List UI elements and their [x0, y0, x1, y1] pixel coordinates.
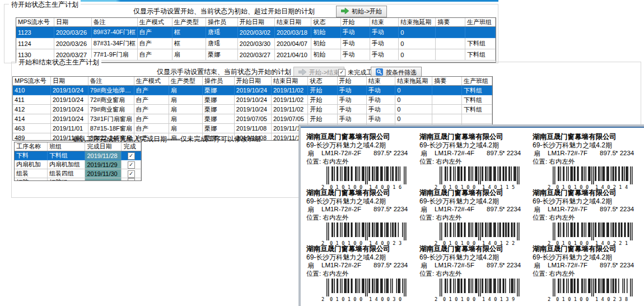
table-row[interactable]: 4102019/10/2479#商业地弹…自产扇栗娜2019/10/242019…	[13, 86, 492, 95]
cell: 0	[399, 49, 436, 61]
column-header[interactable]: 结束日期	[271, 77, 307, 86]
cell: 下料组	[462, 105, 492, 114]
column-header[interactable]: 开始	[340, 18, 370, 27]
done-checkbox[interactable]	[128, 178, 135, 181]
column-header[interactable]: 备注	[91, 18, 137, 27]
cell: 2019/10/24	[50, 86, 88, 95]
cell: 栗娜	[206, 49, 238, 61]
cell: 2019/10/24	[50, 95, 88, 105]
pending-plans-grid: MPS流水号日期备注生产模式生产类型操作员开始日期结束日期状态开始结束结束拖延期…	[16, 17, 496, 63]
start-to-end-label: 开始->结束	[309, 68, 339, 77]
done-checkbox[interactable]: ✓	[128, 161, 135, 169]
cell: 下料组	[462, 86, 492, 95]
cell	[436, 49, 465, 61]
label-width: 897.5	[374, 206, 390, 212]
window-top-edge	[32, 0, 498, 2]
table-row[interactable]: 11232020/03/2689#37-40F门框自产框唐瑶2020/03/02…	[16, 27, 496, 38]
column-header[interactable]: 结束	[370, 18, 399, 27]
cell: 打胶	[15, 178, 47, 182]
groupbox-started-title: 开始和结束状态主生产计划	[16, 58, 101, 67]
label-height: * 2234	[615, 150, 634, 156]
label-height: * 2234	[502, 262, 521, 268]
label-type: 扇	[307, 206, 314, 214]
column-header[interactable]: 结束日期	[274, 18, 311, 27]
cell: 2020/03/30	[237, 38, 274, 49]
barcode: 2010100140030	[321, 279, 409, 302]
done-checkbox[interactable]: ✓	[128, 170, 135, 178]
table-row[interactable]: 4112019/10/2472#商业窗扇自产扇栗娜2019/10/242019/…	[13, 95, 492, 105]
column-header[interactable]: 结束	[366, 77, 395, 86]
table-row[interactable]: 组装组装四组2019/11/30✓	[15, 169, 141, 178]
cell: 手动	[370, 27, 399, 38]
init-to-start-button[interactable]: 初始->开始	[336, 6, 387, 17]
cell: 手动	[337, 95, 366, 105]
cell: 87#31-34F门框	[91, 38, 137, 49]
header-row: MPS流水号日期备注生产模式生产类型操作员开始日期结束日期状态开始结束结束拖延期…	[16, 18, 496, 27]
svg-text:010100: 010100	[330, 296, 362, 302]
column-header[interactable]: 生产类型	[172, 18, 206, 27]
column-header[interactable]: 工序名称	[15, 142, 47, 151]
column-header[interactable]: 摘要	[432, 77, 462, 86]
column-header[interactable]: MPS流水号	[13, 77, 50, 86]
column-header[interactable]: 日期	[54, 18, 91, 27]
label-position-value: 右内左外	[323, 158, 348, 165]
table-row[interactable]: 11242020/03/2687#31-34F门框自产框唐瑶2020/03/30…	[16, 38, 496, 49]
column-header[interactable]: 结束拖延期	[399, 18, 436, 27]
table-row[interactable]: 下料下料组2019/11/28✓	[15, 151, 141, 160]
label-company: 湖南亘晟门窗幕墙有限公司	[533, 244, 643, 253]
table-row[interactable]: 4122019/10/2479#商业窗扇自产扇栗娜2019/10/242019/…	[13, 105, 492, 114]
cell: 手动	[340, 38, 370, 49]
done-checkbox[interactable]: ✓	[128, 152, 135, 160]
column-header[interactable]: 操作员	[206, 18, 238, 27]
table-row[interactable]: 打胶打胶组2020/03/31	[15, 178, 141, 182]
label-type: 扇	[421, 262, 427, 270]
label-company: 湖南亘晟门窗幕墙有限公司	[533, 188, 643, 197]
column-header[interactable]: 生产类型	[169, 77, 202, 86]
column-header[interactable]: 开始日期	[237, 18, 274, 27]
cell: 手动	[370, 38, 399, 49]
label-height: * 2234	[615, 262, 634, 268]
table-row[interactable]: 内扇机加内扇机加组2019/11/29✓	[15, 160, 141, 169]
cell: 组装四组	[47, 169, 85, 178]
cell: 2019/07/05	[271, 114, 307, 124]
label-width: 897.5	[600, 206, 616, 212]
column-header[interactable]: 完成	[122, 142, 141, 151]
column-header[interactable]: 生产班组	[462, 77, 492, 86]
column-header[interactable]: 班组	[47, 142, 85, 151]
column-header[interactable]: 状态	[311, 18, 340, 27]
label-company: 湖南亘晟门窗幕墙有限公司	[306, 132, 417, 141]
cell: 下料组	[47, 151, 85, 160]
table-row[interactable]: 4142019/10/2473#1F门扇窗扇自产扇栗娜2019/07/05201…	[13, 114, 492, 124]
column-header[interactable]: 日期	[50, 77, 88, 86]
cell: 2019/07/05	[234, 114, 271, 124]
column-header[interactable]: MPS流水号	[16, 18, 54, 27]
cell: 2020/03/02	[237, 27, 274, 38]
label-project: 69-长沙万科魅力之域4.2期	[306, 141, 417, 149]
column-header[interactable]: 结束拖延期	[395, 77, 432, 86]
cell: 2019/11/02	[271, 86, 307, 95]
column-header[interactable]: 生产模式	[137, 18, 172, 27]
label-code: LM1R-72#-2F	[321, 262, 361, 268]
column-header[interactable]: 操作员	[203, 77, 235, 86]
cell: 2020/03/26	[54, 38, 91, 49]
cell: 开始	[308, 105, 337, 114]
cell: 手动	[366, 86, 395, 95]
column-header[interactable]: 开始	[337, 77, 366, 86]
column-header[interactable]: 完成日期	[85, 142, 122, 151]
cell: 栗娜	[203, 124, 235, 133]
column-header[interactable]: 开始日期	[234, 77, 271, 86]
column-header[interactable]: 备注	[88, 77, 134, 86]
column-header[interactable]: 状态	[308, 77, 337, 86]
column-header[interactable]: 生产模式	[134, 77, 169, 86]
cell: 463	[13, 124, 50, 133]
header-row: 工序名称班组完成日期完成	[15, 142, 141, 151]
product-label: 湖南亘晟门窗幕墙有限公司69-长沙万科魅力之域4.2期扇LM1R-72#-5F8…	[417, 244, 530, 300]
label-position-value: 右内左外	[323, 214, 348, 221]
column-header[interactable]: 摘要	[436, 18, 465, 27]
column-header[interactable]: 生产班组	[465, 18, 496, 27]
cell: 手动	[340, 27, 370, 38]
cell: 2019/11/02	[271, 105, 307, 114]
cell: 框	[172, 38, 206, 49]
cell: 扇	[169, 124, 202, 133]
cell: 唐瑶	[206, 27, 238, 38]
